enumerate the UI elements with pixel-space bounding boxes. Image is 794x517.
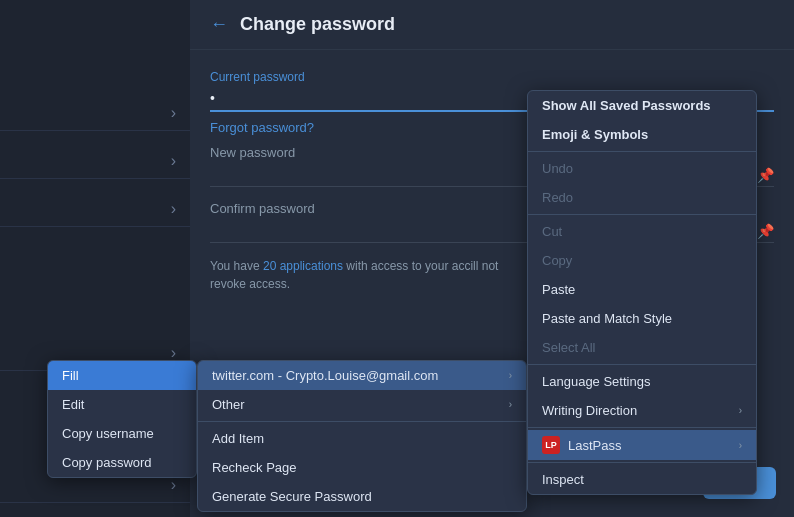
lastpass-arrow-icon: ›	[739, 440, 742, 451]
emoji-symbols-item[interactable]: Emoji & Symbols	[528, 120, 756, 149]
recheck-menu-item[interactable]: Recheck Page	[198, 453, 526, 482]
undo-item: Undo	[528, 154, 756, 183]
lastpass-icon: LP	[542, 436, 560, 454]
context-menu-left: Fill Edit Copy username Copy password	[47, 360, 197, 478]
redo-item: Redo	[528, 183, 756, 212]
copy-item: Copy	[528, 246, 756, 275]
mid-divider	[198, 421, 526, 422]
right-divider-3	[528, 364, 756, 365]
fill-menu-item[interactable]: Fill	[48, 361, 196, 390]
confirm-password-pin-icon: 📌	[757, 223, 774, 239]
page-header: ← Change password	[190, 0, 794, 50]
writing-direction-arrow-icon: ›	[739, 405, 742, 416]
access-suffix: with access to your acc	[343, 259, 470, 273]
back-button[interactable]: ←	[210, 14, 228, 35]
new-password-pin-icon: 📌	[757, 167, 774, 183]
twitter-menu-item[interactable]: twitter.com - Crypto.Louise@gmail.com ›	[198, 361, 526, 390]
cut-item: Cut	[528, 217, 756, 246]
chevron-right-icon-4: ›	[171, 344, 176, 362]
access-highlight[interactable]: 20 applications	[263, 259, 343, 273]
chevron-right-icon-5: ›	[171, 476, 176, 494]
sidebar-row-1[interactable]: ›	[0, 95, 190, 131]
right-divider-2	[528, 214, 756, 215]
paste-item[interactable]: Paste	[528, 275, 756, 304]
lastpass-label: LastPass	[568, 438, 621, 453]
language-settings-item[interactable]: Language Settings	[528, 367, 756, 396]
page-title: Change password	[240, 14, 395, 35]
other-arrow-icon: ›	[509, 399, 512, 410]
edit-menu-item[interactable]: Edit	[48, 390, 196, 419]
access-suffix2: ill not	[470, 259, 498, 273]
language-settings-label: Language Settings	[542, 374, 650, 389]
add-item-menu-item[interactable]: Add Item	[198, 424, 526, 453]
copy-password-menu-item[interactable]: Copy password	[48, 448, 196, 477]
context-menu-mid: twitter.com - Crypto.Louise@gmail.com › …	[197, 360, 527, 512]
access-text2: revoke access.	[210, 277, 290, 291]
show-saved-passwords-item[interactable]: Show All Saved Passwords	[528, 91, 756, 120]
right-divider-5	[528, 462, 756, 463]
access-prefix: You have	[210, 259, 263, 273]
right-divider-1	[528, 151, 756, 152]
paste-match-style-item[interactable]: Paste and Match Style	[528, 304, 756, 333]
inspect-item[interactable]: Inspect	[528, 465, 756, 494]
sidebar-row-2[interactable]: ›	[0, 143, 190, 179]
chevron-right-icon-3: ›	[171, 200, 176, 218]
twitter-item-label: twitter.com - Crypto.Louise@gmail.com	[212, 368, 438, 383]
lastpass-item[interactable]: LP LastPass ›	[528, 430, 756, 460]
context-menu-right: Show All Saved Passwords Emoji & Symbols…	[527, 90, 757, 495]
twitter-arrow-icon: ›	[509, 370, 512, 381]
select-all-item: Select All	[528, 333, 756, 362]
writing-direction-item[interactable]: Writing Direction ›	[528, 396, 756, 425]
current-password-label: Current password	[210, 70, 774, 84]
other-menu-item[interactable]: Other ›	[198, 390, 526, 419]
chevron-right-icon: ›	[171, 104, 176, 122]
writing-direction-label: Writing Direction	[542, 403, 637, 418]
sidebar-row-3[interactable]: ›	[0, 191, 190, 227]
generate-menu-item[interactable]: Generate Secure Password	[198, 482, 526, 511]
right-divider-4	[528, 427, 756, 428]
chevron-right-icon-2: ›	[171, 152, 176, 170]
other-item-label: Other	[212, 397, 245, 412]
copy-username-menu-item[interactable]: Copy username	[48, 419, 196, 448]
